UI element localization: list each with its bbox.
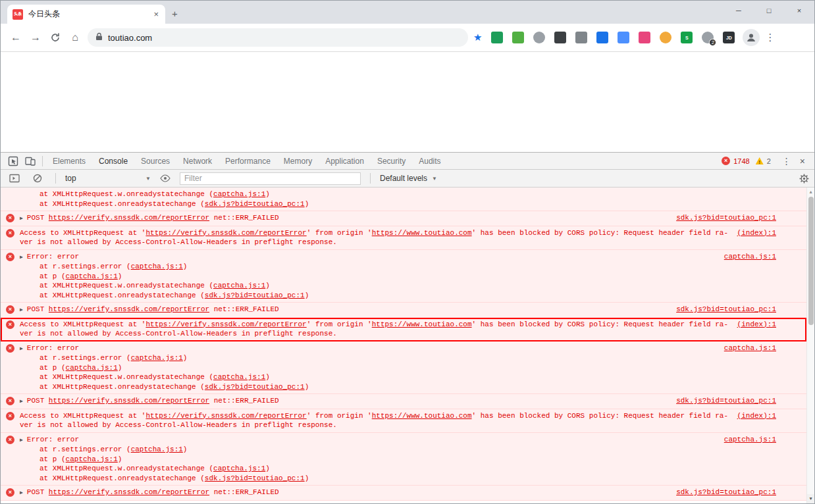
log-levels-selector[interactable]: Default levels ▼	[380, 174, 437, 183]
devtools-menu-icon[interactable]: ⋮	[778, 156, 795, 166]
devtools-tab-performance[interactable]: Performance	[219, 153, 277, 169]
console-message[interactable]: ×Access to XMLHttpRequest at 'https://ve…	[1, 409, 806, 433]
expand-triangle-icon[interactable]: ▶	[20, 305, 23, 315]
devtools-tab-console[interactable]: Console	[92, 153, 134, 169]
console-link[interactable]: https://verify.snssdk.com/reportError	[145, 229, 306, 237]
devtools-tab-memory[interactable]: Memory	[277, 153, 319, 169]
console-link[interactable]: https://verify.snssdk.com/reportError	[145, 412, 306, 420]
source-link[interactable]: sdk.js?bid=toutiao_pc:1	[676, 396, 776, 406]
grid-extension-icon[interactable]	[639, 32, 650, 43]
inspect-element-icon[interactable]	[5, 154, 22, 168]
source-link[interactable]: sdk.js?bid=toutiao_pc:1	[676, 488, 776, 497]
console-message[interactable]: ×▶POST https://verify.snssdk.com/reportE…	[1, 394, 806, 409]
browser-menu-icon[interactable]: ⋮	[765, 32, 775, 43]
tab-close-icon[interactable]: ×	[152, 9, 160, 20]
source-link[interactable]: (index):1	[737, 228, 776, 238]
maximize-button[interactable]: □	[754, 1, 784, 20]
devtools-tab-network[interactable]: Network	[176, 153, 219, 169]
reload-icon[interactable]	[45, 28, 65, 47]
console-message[interactable]: ×▶Error: errorat r.settings.error (captc…	[1, 341, 806, 395]
devtools-tab-elements[interactable]: Elements	[46, 153, 92, 169]
devtools-tab-sources[interactable]: Sources	[134, 153, 176, 169]
clear-console-icon[interactable]	[29, 171, 46, 186]
source-link[interactable]: sdk.js?bid=toutiao_pc:1	[676, 305, 776, 315]
profile-avatar[interactable]	[743, 29, 760, 46]
stack-file-link[interactable]: captcha.js:1	[213, 190, 265, 198]
console-message[interactable]: ×Access to XMLHttpRequest at 'https://ve…	[1, 318, 806, 341]
stack-file-link[interactable]: captcha.js:1	[131, 354, 183, 362]
s-extension-icon[interactable]: S	[681, 32, 693, 43]
capture-extension-icon[interactable]	[618, 32, 629, 43]
stack-file-link[interactable]: captcha.js:1	[213, 373, 265, 381]
expand-triangle-icon[interactable]: ▶	[20, 488, 23, 498]
stack-file-link[interactable]: sdk.js?bid=toutiao_pc:1	[205, 474, 305, 482]
close-button[interactable]: ×	[784, 1, 814, 20]
console-link[interactable]: https://www.toutiao.com	[372, 412, 472, 420]
forward-icon[interactable]: →	[26, 28, 45, 47]
source-link[interactable]: (index):1	[737, 411, 776, 421]
expand-triangle-icon[interactable]: ▶	[20, 214, 23, 224]
stack-file-link[interactable]: sdk.js?bid=toutiao_pc:1	[205, 383, 305, 391]
source-link[interactable]: captcha.js:1	[724, 252, 776, 262]
stack-file-link[interactable]: sdk.js?bid=toutiao_pc:1	[205, 291, 305, 299]
jd-extension-icon[interactable]: JD	[723, 32, 735, 43]
scrollbar[interactable]: ▲ ▼	[806, 188, 814, 503]
console-link[interactable]: https://verify.snssdk.com/reportError	[49, 214, 209, 222]
address-bar[interactable]: toutiao.com	[88, 28, 468, 47]
stack-file-link[interactable]: captcha.js:1	[66, 272, 118, 280]
g-extension-icon[interactable]: 2	[702, 32, 714, 43]
filter-input[interactable]	[180, 172, 361, 185]
console-link[interactable]: https://verify.snssdk.com/reportError	[145, 320, 306, 328]
expand-triangle-icon[interactable]: ▶	[20, 436, 23, 445]
console-message[interactable]: ×▶POST https://verify.snssdk.com/reportE…	[1, 303, 806, 318]
devtools-close-icon[interactable]: ×	[799, 156, 810, 166]
source-link[interactable]: captcha.js:1	[724, 343, 776, 353]
console-sidebar-icon[interactable]	[6, 171, 23, 186]
console-message[interactable]: ×Access to XMLHttpRequest at 'https://ve…	[1, 226, 806, 250]
expand-triangle-icon[interactable]: ▶	[20, 344, 23, 354]
trend-extension-icon[interactable]	[491, 32, 503, 43]
console-message[interactable]: ×▶POST https://verify.snssdk.com/reportE…	[1, 211, 806, 226]
green-extension-icon[interactable]	[512, 32, 524, 43]
stack-file-link[interactable]: captcha.js:1	[66, 364, 118, 372]
badge-extension-icon[interactable]	[575, 32, 587, 43]
console-message[interactable]: ×▶Error: errorat r.settings.error (captc…	[1, 433, 806, 486]
stack-file-link[interactable]: captcha.js:1	[66, 455, 118, 463]
source-link[interactable]: sdk.js?bid=toutiao_pc:1	[676, 213, 776, 223]
expand-triangle-icon[interactable]: ▶	[20, 253, 23, 263]
context-selector[interactable]: top ▼	[65, 174, 151, 183]
bookmark-star-icon[interactable]: ★	[473, 32, 482, 43]
devtools-tab-security[interactable]: Security	[371, 153, 412, 169]
source-link[interactable]: (index):1	[737, 320, 776, 330]
console-link[interactable]: https://verify.snssdk.com/reportError	[49, 305, 209, 313]
console-link[interactable]: https://www.toutiao.com	[372, 320, 472, 328]
console-message[interactable]: ×at XMLHttpRequest.w.onreadystatechange …	[1, 188, 806, 211]
minimize-button[interactable]: ─	[723, 1, 754, 20]
shield-extension-icon[interactable]	[596, 32, 608, 43]
stack-file-link[interactable]: captcha.js:1	[213, 465, 265, 472]
stack-file-link[interactable]: captcha.js:1	[213, 282, 265, 290]
amber-ball-extension-icon[interactable]	[660, 32, 671, 43]
scroll-up-icon[interactable]: ▲	[807, 188, 814, 196]
devtools-tab-application[interactable]: Application	[319, 153, 371, 169]
console-link[interactable]: https://www.toutiao.com	[372, 229, 472, 237]
console-link[interactable]: https://verify.snssdk.com/reportError	[49, 488, 209, 496]
console-prompt[interactable]: >	[1, 501, 806, 504]
ink-glyph-extension-icon[interactable]	[554, 32, 566, 43]
stack-file-link[interactable]: captcha.js:1	[131, 445, 183, 453]
live-expression-eye-icon[interactable]	[157, 171, 174, 186]
stack-file-link[interactable]: sdk.js?bid=toutiao_pc:1	[205, 200, 305, 208]
gray-globe-extension-icon[interactable]	[533, 32, 545, 43]
console-message[interactable]: ×▶Error: errorat r.settings.error (captc…	[1, 250, 806, 303]
stack-file-link[interactable]: captcha.js:1	[131, 263, 183, 270]
devtools-tab-audits[interactable]: Audits	[412, 153, 447, 169]
back-icon[interactable]: ←	[6, 28, 26, 47]
console-settings-gear-icon[interactable]	[799, 174, 809, 184]
expand-triangle-icon[interactable]: ▶	[20, 397, 23, 407]
device-toolbar-icon[interactable]	[22, 154, 39, 168]
home-icon[interactable]: ⌂	[65, 28, 85, 47]
source-link[interactable]: captcha.js:1	[724, 435, 776, 445]
console-link[interactable]: https://verify.snssdk.com/reportError	[49, 397, 209, 405]
new-tab-button[interactable]: +	[172, 8, 178, 19]
browser-tab[interactable]: 头条 今日头条 ×	[7, 5, 165, 24]
